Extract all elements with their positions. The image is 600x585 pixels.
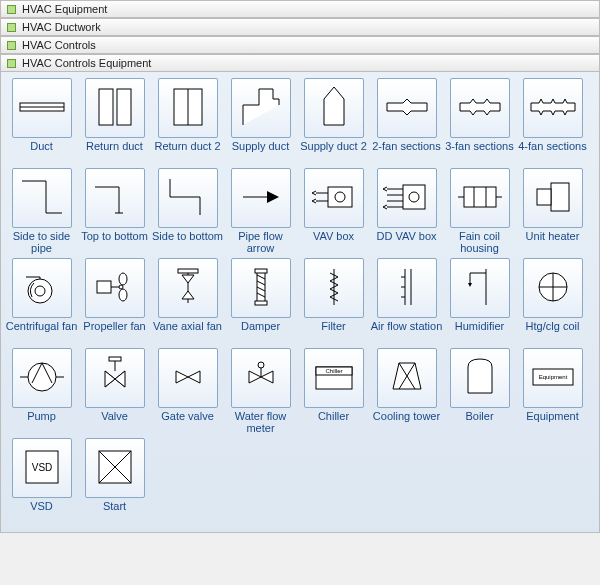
- shape-thumb[interactable]: [523, 258, 583, 318]
- expand-icon: [7, 59, 16, 68]
- shape-thumb[interactable]: [450, 348, 510, 408]
- shape-damper[interactable]: Damper: [224, 258, 297, 344]
- shape-label: Valve: [78, 410, 151, 434]
- top-to-bottom-icon: [91, 173, 139, 223]
- shape-side-to-side-pipe[interactable]: Side to side pipe: [5, 168, 78, 254]
- shape-supply-duct[interactable]: Supply duct: [224, 78, 297, 164]
- shape-vsd[interactable]: VSD VSD: [5, 438, 78, 524]
- svg-rect-41: [255, 301, 267, 305]
- shape-humidifier[interactable]: Humidifier: [443, 258, 516, 344]
- shape-duct[interactable]: Duct: [5, 78, 78, 164]
- shape-label: Return duct: [78, 140, 151, 164]
- category-hvac-equipment[interactable]: HVAC Equipment: [0, 0, 600, 18]
- shape-top-to-bottom[interactable]: Top to bottom: [78, 168, 151, 254]
- shape-thumb[interactable]: [304, 168, 364, 228]
- shape-thumb[interactable]: [523, 168, 583, 228]
- shape-vane-axial-fan[interactable]: Vane axial fan: [151, 258, 224, 344]
- shape-thumb[interactable]: [158, 78, 218, 138]
- shape-fan-coil-housing[interactable]: Fain coil housing: [443, 168, 516, 254]
- svg-point-27: [35, 286, 45, 296]
- shape-label: Fain coil housing: [443, 230, 516, 254]
- equipment-icon: Equipment: [529, 353, 577, 403]
- svg-point-52: [28, 363, 56, 391]
- shape-equipment[interactable]: Equipment Equipment: [516, 348, 589, 434]
- shape-thumb[interactable]: [158, 168, 218, 228]
- shape-label: 4-fan sections: [516, 140, 589, 164]
- shape-supply-duct-2[interactable]: Supply duct 2: [297, 78, 370, 164]
- shape-label: Duct: [5, 140, 78, 164]
- side-to-side-pipe-icon: [18, 173, 66, 223]
- category-label: HVAC Ductwork: [22, 21, 101, 33]
- shape-htg-clg-coil[interactable]: Htg/clg coil: [516, 258, 589, 344]
- shape-pump[interactable]: Pump: [5, 348, 78, 434]
- shape-thumb[interactable]: [85, 78, 145, 138]
- shape-thumb[interactable]: Equipment: [523, 348, 583, 408]
- shape-thumb[interactable]: [450, 78, 510, 138]
- shape-label: 3-fan sections: [443, 140, 516, 164]
- shape-thumb[interactable]: [85, 438, 145, 498]
- shape-boiler[interactable]: Boiler: [443, 348, 516, 434]
- vane-axial-fan-icon: [164, 263, 212, 313]
- shape-centrifugal-fan[interactable]: Centrifugal fan: [5, 258, 78, 344]
- propeller-fan-icon: [91, 263, 139, 313]
- shape-thumb[interactable]: [377, 348, 437, 408]
- shape-air-flow-station[interactable]: Air flow station: [370, 258, 443, 344]
- shape-return-duct-2[interactable]: Return duct 2: [151, 78, 224, 164]
- shape-pipe-flow-arrow[interactable]: Pipe flow arrow: [224, 168, 297, 254]
- shape-valve[interactable]: Valve: [78, 348, 151, 434]
- shape-3-fan-sections[interactable]: 3-fan sections: [443, 78, 516, 164]
- shape-side-to-bottom[interactable]: Side to bottom: [151, 168, 224, 254]
- svg-text:Chiller: Chiller: [325, 368, 342, 374]
- svg-rect-3: [117, 89, 131, 125]
- shape-unit-heater[interactable]: Unit heater: [516, 168, 589, 254]
- shape-thumb[interactable]: [377, 258, 437, 318]
- shape-thumb[interactable]: [450, 258, 510, 318]
- unit-heater-icon: [529, 173, 577, 223]
- shape-thumb[interactable]: [450, 168, 510, 228]
- shape-thumb[interactable]: [304, 258, 364, 318]
- 2-fan-sections-icon: [383, 83, 431, 133]
- shape-water-flow-meter[interactable]: Water flow meter: [224, 348, 297, 434]
- svg-text:Equipment: Equipment: [538, 374, 567, 380]
- category-hvac-controls[interactable]: HVAC Controls: [0, 36, 600, 54]
- shape-chiller[interactable]: Chiller Chiller: [297, 348, 370, 434]
- shape-2-fan-sections[interactable]: 2-fan sections: [370, 78, 443, 164]
- shape-cooling-tower[interactable]: Cooling tower: [370, 348, 443, 434]
- svg-rect-56: [109, 357, 121, 361]
- shape-panel: Duct Return duct Return duct 2 Supply du…: [0, 72, 600, 533]
- shape-thumb[interactable]: [231, 78, 291, 138]
- shape-label: Damper: [224, 320, 297, 344]
- shape-thumb[interactable]: [12, 168, 72, 228]
- shape-thumb[interactable]: [85, 258, 145, 318]
- shape-thumb[interactable]: [377, 168, 437, 228]
- shape-thumb[interactable]: [158, 258, 218, 318]
- air-flow-station-icon: [383, 263, 431, 313]
- shape-filter[interactable]: Filter: [297, 258, 370, 344]
- shape-dd-vav-box[interactable]: DD VAV box: [370, 168, 443, 254]
- category-hvac-ductwork[interactable]: HVAC Ductwork: [0, 18, 600, 36]
- svg-rect-28: [97, 281, 111, 293]
- cooling-tower-icon: [383, 353, 431, 403]
- shape-thumb[interactable]: [12, 258, 72, 318]
- shape-thumb[interactable]: [231, 258, 291, 318]
- shape-thumb[interactable]: [231, 168, 291, 228]
- shape-thumb[interactable]: [377, 78, 437, 138]
- shape-4-fan-sections[interactable]: 4-fan sections: [516, 78, 589, 164]
- shape-thumb[interactable]: Chiller: [304, 348, 364, 408]
- shape-thumb[interactable]: [85, 348, 145, 408]
- shape-gate-valve[interactable]: Gate valve: [151, 348, 224, 434]
- shape-thumb[interactable]: [304, 78, 364, 138]
- svg-marker-8: [267, 191, 279, 203]
- shape-vav-box[interactable]: VAV box: [297, 168, 370, 254]
- shape-thumb[interactable]: [85, 168, 145, 228]
- shape-propeller-fan[interactable]: Propeller fan: [78, 258, 151, 344]
- shape-thumb[interactable]: [231, 348, 291, 408]
- shape-return-duct[interactable]: Return duct: [78, 78, 151, 164]
- shape-thumb[interactable]: [12, 78, 72, 138]
- shape-thumb[interactable]: [12, 348, 72, 408]
- shape-thumb[interactable]: [523, 78, 583, 138]
- shape-start[interactable]: Start: [78, 438, 151, 524]
- shape-thumb[interactable]: [158, 348, 218, 408]
- category-hvac-controls-equipment[interactable]: HVAC Controls Equipment: [0, 54, 600, 72]
- shape-thumb[interactable]: VSD: [12, 438, 72, 498]
